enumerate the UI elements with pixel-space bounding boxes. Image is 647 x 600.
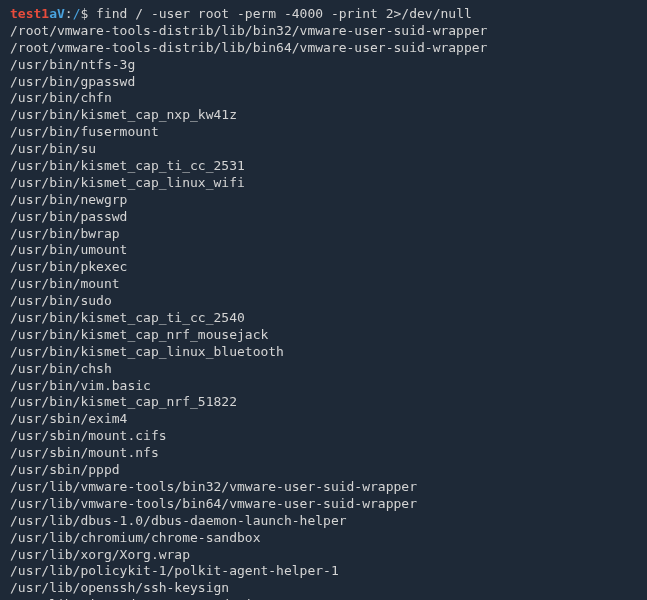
output-line: /usr/bin/kismet_cap_ti_cc_2540 <box>10 310 637 327</box>
output-line: /usr/bin/ntfs-3g <box>10 57 637 74</box>
output-line: /usr/sbin/pppd <box>10 462 637 479</box>
output-line: /root/vmware-tools-distrib/lib/bin32/vmw… <box>10 23 637 40</box>
output-line: /usr/bin/su <box>10 141 637 158</box>
output-line: /root/vmware-tools-distrib/lib/bin64/vmw… <box>10 40 637 57</box>
output-line: /usr/lib/policykit-1/polkit-agent-helper… <box>10 563 637 580</box>
output-line: /usr/bin/kismet_cap_linux_wifi <box>10 175 637 192</box>
output-line: /usr/bin/kismet_cap_nxp_kw41z <box>10 107 637 124</box>
output-line: /usr/bin/chfn <box>10 90 637 107</box>
prompt-user: test1 <box>10 6 49 21</box>
output-line: /usr/bin/kismet_cap_nrf_mousejack <box>10 327 637 344</box>
output-line: /usr/sbin/mount.cifs <box>10 428 637 445</box>
output-line: /usr/lib/xorg/Xorg.wrap <box>10 547 637 564</box>
output-line: /usr/bin/mount <box>10 276 637 293</box>
prompt-sigil: $ <box>80 6 88 21</box>
output-line: /usr/sbin/mount.nfs <box>10 445 637 462</box>
prompt-host: aV <box>49 6 65 21</box>
output-line: /usr/bin/bwrap <box>10 226 637 243</box>
output-line: /usr/bin/kismet_cap_linux_bluetooth <box>10 344 637 361</box>
output-line: /usr/bin/kismet_cap_ti_cc_2531 <box>10 158 637 175</box>
output-line: /usr/lib/dbus-1.0/dbus-daemon-launch-hel… <box>10 513 637 530</box>
output-line: /usr/bin/chsh <box>10 361 637 378</box>
output-line: /usr/lib/openssh/ssh-keysign <box>10 580 637 597</box>
prompt-line-1: test1aV:/$ find / -user root -perm -4000… <box>10 6 637 23</box>
output-line: /usr/bin/vim.basic <box>10 378 637 395</box>
output-line: /usr/sbin/exim4 <box>10 411 637 428</box>
output-line: /usr/bin/fusermount <box>10 124 637 141</box>
output-line: /usr/bin/passwd <box>10 209 637 226</box>
prompt-sep: : <box>65 6 73 21</box>
output-line: /usr/lib/vmware-tools/bin64/vmware-user-… <box>10 496 637 513</box>
output-line: /usr/bin/newgrp <box>10 192 637 209</box>
terminal[interactable]: test1aV:/$ find / -user root -perm -4000… <box>10 6 637 600</box>
output-line: /usr/bin/umount <box>10 242 637 259</box>
output-line: /usr/lib/chromium/chrome-sandbox <box>10 530 637 547</box>
output-line: /usr/bin/kismet_cap_nrf_51822 <box>10 394 637 411</box>
command-text: find / -user root -perm -4000 -print 2>/… <box>96 6 472 21</box>
output-line: /usr/bin/sudo <box>10 293 637 310</box>
command-output: /root/vmware-tools-distrib/lib/bin32/vmw… <box>10 23 637 600</box>
output-line: /usr/lib/vmware-tools/bin32/vmware-user-… <box>10 479 637 496</box>
output-line: /usr/bin/gpasswd <box>10 74 637 91</box>
output-line: /usr/bin/pkexec <box>10 259 637 276</box>
